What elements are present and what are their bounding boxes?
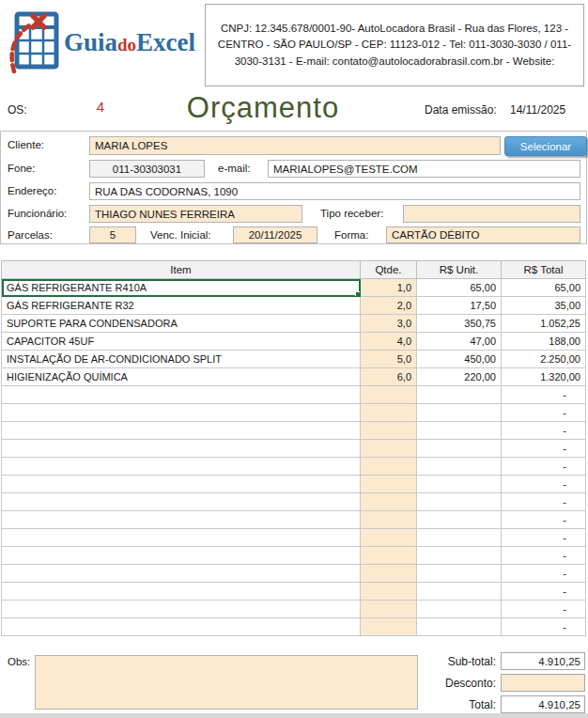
item-qty-cell[interactable]	[361, 618, 417, 636]
item-name-cell[interactable]: SUPORTE PARA CONDENSADORA	[2, 315, 361, 333]
item-unit-cell[interactable]	[417, 529, 502, 547]
date-emission-label: Data emissão:	[425, 103, 497, 117]
item-unit-cell[interactable]: 220,00	[417, 368, 502, 386]
selection-fill-handle[interactable]	[355, 291, 361, 297]
item-qty-cell[interactable]	[361, 440, 417, 458]
item-total-cell[interactable]: -	[502, 440, 586, 458]
item-qty-cell[interactable]	[361, 458, 417, 476]
item-unit-cell[interactable]	[417, 440, 502, 458]
date-emission-value[interactable]: 14/11/2025	[510, 103, 565, 117]
item-qty-cell[interactable]	[361, 476, 417, 493]
item-unit-cell[interactable]	[417, 601, 502, 618]
item-total-cell[interactable]: -	[502, 565, 586, 583]
item-name-cell[interactable]	[2, 547, 361, 565]
item-unit-cell[interactable]: 47,00	[417, 333, 502, 351]
item-qty-cell[interactable]: 3,0	[361, 315, 417, 333]
item-name-cell[interactable]	[2, 583, 361, 601]
empty-item-row: -	[2, 458, 586, 476]
item-total-cell[interactable]: -	[502, 476, 586, 493]
item-total-cell[interactable]: -	[502, 601, 586, 618]
item-unit-cell[interactable]: 450,00	[417, 351, 502, 368]
item-total-cell[interactable]: -	[502, 618, 586, 636]
total-value: 4.910,25	[501, 695, 585, 713]
item-unit-cell[interactable]: 17,50	[417, 297, 502, 315]
item-qty-cell[interactable]	[361, 386, 417, 404]
item-name-cell[interactable]	[2, 618, 361, 636]
item-qty-cell[interactable]: 2,0	[361, 297, 417, 315]
item-name-cell[interactable]	[2, 422, 361, 440]
item-total-cell[interactable]: -	[502, 547, 586, 565]
item-name-cell[interactable]	[2, 601, 361, 618]
funcionario-input[interactable]: THIAGO NUNES FERREIRA	[89, 205, 302, 223]
item-unit-cell[interactable]	[417, 386, 502, 404]
item-total-cell[interactable]: 35,00	[502, 297, 586, 315]
obs-input[interactable]	[35, 655, 418, 710]
tipo-receber-label: Tipo receber:	[320, 208, 383, 219]
item-name-cell[interactable]	[2, 440, 361, 458]
item-unit-cell[interactable]	[417, 565, 502, 583]
item-unit-cell[interactable]	[417, 422, 502, 440]
item-name-cell[interactable]	[2, 404, 361, 422]
item-name-cell[interactable]	[2, 493, 361, 511]
item-unit-cell[interactable]	[417, 458, 502, 476]
item-qty-cell[interactable]	[361, 547, 417, 565]
item-total-cell[interactable]: 188,00	[502, 333, 586, 351]
item-name-cell[interactable]	[2, 565, 361, 583]
item-total-cell[interactable]: -	[502, 511, 586, 529]
item-name-cell[interactable]	[2, 511, 361, 529]
item-name-cell[interactable]: GÁS REFRIGERANTE R410A	[2, 279, 361, 297]
item-unit-cell[interactable]	[417, 583, 502, 601]
item-total-cell[interactable]: 1.052,25	[502, 315, 586, 333]
item-total-cell[interactable]: -	[502, 404, 586, 422]
item-name-cell[interactable]	[2, 476, 361, 493]
item-name-cell[interactable]	[2, 458, 361, 476]
fone-input[interactable]: 011-30303031	[89, 160, 205, 178]
parcelas-input[interactable]: 5	[89, 226, 136, 243]
item-unit-cell[interactable]	[417, 476, 502, 493]
item-unit-cell[interactable]	[417, 618, 502, 636]
email-input[interactable]: MARIALOPES@TESTE.COM	[268, 160, 580, 178]
item-unit-cell[interactable]	[417, 404, 502, 422]
item-qty-cell[interactable]	[361, 511, 417, 529]
empty-item-row: -	[2, 422, 586, 440]
item-total-cell[interactable]: -	[502, 493, 586, 511]
item-qty-cell[interactable]	[361, 601, 417, 618]
item-total-cell[interactable]: -	[502, 458, 586, 476]
desconto-input[interactable]	[501, 674, 585, 692]
item-qty-cell[interactable]	[361, 422, 417, 440]
selecionar-button[interactable]: Selecionar	[504, 136, 587, 156]
item-unit-cell[interactable]	[417, 511, 502, 529]
item-total-cell[interactable]: -	[502, 422, 586, 440]
item-qty-cell[interactable]: 1,0	[361, 279, 417, 297]
item-name-cell[interactable]: GÁS REFRIGERANTE R32	[2, 297, 361, 315]
item-name-cell[interactable]	[2, 386, 361, 404]
item-unit-cell[interactable]: 65,00	[417, 279, 502, 297]
item-qty-cell[interactable]	[361, 583, 417, 601]
item-unit-cell[interactable]	[417, 493, 502, 511]
cliente-input[interactable]: MARIA LOPES	[89, 136, 501, 155]
subtotal-label: Sub-total:	[404, 655, 496, 668]
item-name-cell[interactable]: INSTALAÇÃO DE AR-CONDICIONADO SPLIT	[2, 351, 361, 368]
item-total-cell[interactable]: -	[502, 583, 586, 601]
item-name-cell[interactable]: CAPACITOR 45UF	[2, 333, 361, 351]
item-qty-cell[interactable]	[361, 565, 417, 583]
item-qty-cell[interactable]: 4,0	[361, 333, 417, 351]
venc-inicial-input[interactable]: 20/11/2025	[233, 226, 317, 243]
item-unit-cell[interactable]	[417, 547, 502, 565]
item-total-cell[interactable]: 1.320,00	[502, 368, 586, 386]
item-total-cell[interactable]: -	[502, 386, 586, 404]
endereco-input[interactable]: RUA DAS CODORNAS, 1090	[89, 182, 580, 200]
item-total-cell[interactable]: 2.250,00	[502, 351, 586, 368]
item-qty-cell[interactable]	[361, 404, 417, 422]
item-qty-cell[interactable]	[361, 529, 417, 547]
item-qty-cell[interactable]: 6,0	[361, 368, 417, 386]
item-name-cell[interactable]	[2, 529, 361, 547]
item-qty-cell[interactable]: 5,0	[361, 351, 417, 368]
item-total-cell[interactable]: 65,00	[502, 279, 586, 297]
forma-input[interactable]: CARTÃO DÉBITO	[386, 226, 580, 243]
item-name-cell[interactable]: HIGIENIZAÇÃO QUÍMICA	[2, 368, 361, 386]
item-total-cell[interactable]: -	[502, 529, 586, 547]
item-qty-cell[interactable]	[361, 493, 417, 511]
tipo-receber-input[interactable]	[403, 205, 580, 223]
item-unit-cell[interactable]: 350,75	[417, 315, 502, 333]
